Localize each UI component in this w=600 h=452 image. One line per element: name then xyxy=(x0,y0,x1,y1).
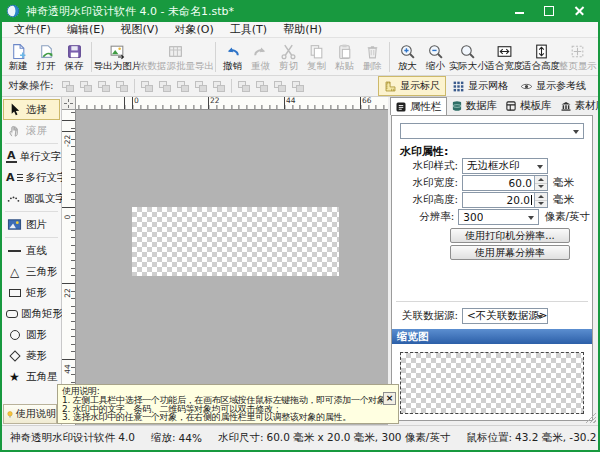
tool-pan[interactable]: 滚屏 xyxy=(3,120,60,141)
tool-triangle[interactable]: △ 三角形 xyxy=(3,261,60,282)
arc-text-icon xyxy=(6,191,21,206)
delete-button[interactable]: 删除 xyxy=(359,39,385,74)
align-bottom-icon xyxy=(213,81,225,92)
spin-down-button[interactable] xyxy=(535,201,547,208)
object-toolbar: 对象操作: 显示标尺 显示网格 xyxy=(2,76,598,97)
thumbnail-preview[interactable] xyxy=(400,352,584,414)
tool-arc-text[interactable]: 圆弧文字 xyxy=(3,188,60,209)
batch-export-button[interactable]: 依数据源批量导出 xyxy=(141,39,210,74)
fit-height-icon xyxy=(533,42,550,60)
canvas[interactable] xyxy=(76,110,388,425)
watermark-area[interactable] xyxy=(132,207,339,276)
line-icon xyxy=(6,250,23,252)
toolbar-separator xyxy=(215,42,216,72)
tool-image[interactable]: 图片 xyxy=(3,214,60,235)
show-ruler-toggle[interactable]: 显示标尺 xyxy=(378,76,446,96)
menu-object[interactable]: 对象(O) xyxy=(167,22,222,37)
properties-icon xyxy=(395,101,407,113)
tool-circle[interactable]: 圆形 xyxy=(3,324,60,345)
align-top-button[interactable] xyxy=(192,78,210,95)
watermark-width-row: 水印宽度: 60.0 毫米 xyxy=(396,175,590,191)
fit-height-button[interactable]: 适合高度 xyxy=(524,39,559,74)
bring-to-front-button[interactable] xyxy=(59,78,77,95)
full-page-button[interactable]: 整页显示 xyxy=(560,39,595,74)
bring-forward-button[interactable] xyxy=(95,78,113,95)
show-guides-toggle[interactable]: 显示参考线 xyxy=(514,76,592,96)
tool-line[interactable]: 直线 xyxy=(3,240,60,261)
tab-database[interactable]: 数据库 xyxy=(447,97,502,115)
window-title: 神奇透明水印设计软件 4.0 - 未命名1.stb* xyxy=(26,4,504,19)
help-button[interactable]: 使用说明 xyxy=(3,404,57,424)
align-right-button[interactable] xyxy=(174,78,192,95)
open-button[interactable]: 打开 xyxy=(33,39,59,74)
spin-up-button[interactable] xyxy=(535,176,547,184)
use-screen-resolution-button[interactable]: 使用屏幕分辨率 xyxy=(450,245,570,260)
chevron-down-icon xyxy=(537,315,543,319)
menu-file[interactable]: 文件(F) xyxy=(6,22,59,37)
align-left-button[interactable] xyxy=(138,78,156,95)
menu-edit[interactable]: 编辑(E) xyxy=(59,22,113,37)
tool-single-line-text[interactable]: A 单行文字 xyxy=(3,146,60,167)
copy-button[interactable]: 复制 xyxy=(303,39,329,74)
paste-button[interactable]: 粘贴 xyxy=(331,39,357,74)
star-icon: ★ xyxy=(6,371,23,383)
menu-tools[interactable]: 工具(T) xyxy=(222,22,275,37)
tool-diamond[interactable]: 菱形 xyxy=(3,345,60,366)
maximize-button[interactable] xyxy=(534,1,564,21)
tool-star[interactable]: ★ 五角星 xyxy=(3,366,60,387)
menu-help[interactable]: 帮助(H) xyxy=(275,22,330,37)
minimize-button[interactable] xyxy=(504,1,534,21)
send-backward-button[interactable] xyxy=(113,78,131,95)
resize-grip[interactable] xyxy=(584,411,596,423)
zoom-out-button[interactable]: 缩小 xyxy=(422,39,448,74)
tab-materials[interactable]: 素材库 xyxy=(556,97,599,115)
use-printer-resolution-button[interactable]: 使用打印机分辨率... xyxy=(450,228,570,243)
rectangle-icon xyxy=(6,289,23,297)
close-button[interactable] xyxy=(564,1,594,21)
redo-button[interactable]: 重做 xyxy=(247,39,273,74)
datasource-row: 关联数据源: <不关联数据源> xyxy=(396,308,590,324)
tab-properties[interactable]: 属性栏 xyxy=(390,97,447,115)
tool-group-separator xyxy=(5,143,58,144)
ungroup-button[interactable] xyxy=(289,78,307,95)
watermark-height-input[interactable]: 20.0 xyxy=(462,192,548,208)
actual-size-button[interactable]: 实际大小 xyxy=(450,39,485,74)
export-image-button[interactable]: 导出为图片 xyxy=(96,39,139,74)
group-button[interactable] xyxy=(271,78,289,95)
align-center-h-button[interactable] xyxy=(156,78,174,95)
watermark-style-select[interactable]: 无边框水印 xyxy=(462,158,548,174)
send-to-back-button[interactable] xyxy=(77,78,95,95)
instructions-line: 3. 选择水印中的任意一个对象，在右侧的属性栏里可以调整该对象的属性。 xyxy=(62,413,394,422)
datasource-select[interactable]: <不关联数据源> xyxy=(462,308,548,324)
resolution-row: 分辨率: 300 像素/英寸 xyxy=(396,209,590,225)
tool-select[interactable]: 选择 xyxy=(3,99,60,120)
show-grid-toggle[interactable]: 显示网格 xyxy=(446,76,514,96)
align-bottom-button[interactable] xyxy=(210,78,228,95)
menu-view[interactable]: 视图(V) xyxy=(112,22,166,37)
new-button[interactable]: 新建 xyxy=(5,39,31,74)
spin-down-button[interactable] xyxy=(535,184,547,191)
watermark-height-row: 水印高度: 20.0 毫米 xyxy=(396,192,590,208)
equal-width-icon xyxy=(238,81,250,92)
resolution-select[interactable]: 300 xyxy=(458,209,539,225)
fit-width-icon xyxy=(496,42,513,60)
object-selector[interactable] xyxy=(400,123,584,139)
fit-width-button[interactable]: 适合宽度 xyxy=(487,39,522,74)
equal-width-button[interactable] xyxy=(235,78,253,95)
grid-icon xyxy=(452,80,465,93)
tab-templates[interactable]: 模板库 xyxy=(501,97,556,115)
spin-up-button[interactable] xyxy=(535,193,547,201)
zoom-in-button[interactable]: 放大 xyxy=(394,39,420,74)
cut-button[interactable]: 剪切 xyxy=(275,39,301,74)
tool-rectangle[interactable]: 矩形 xyxy=(3,282,60,303)
equal-height-button[interactable] xyxy=(253,78,271,95)
save-button[interactable]: 保存 xyxy=(61,39,87,74)
status-bar: 神奇透明水印设计软件 4.0 缩放: 44% 水印尺寸: 60.0 毫米 x 2… xyxy=(2,425,598,450)
close-instructions-button[interactable]: × xyxy=(383,392,396,405)
watermark-width-input[interactable]: 60.0 xyxy=(462,175,548,191)
tool-rounded-rectangle[interactable]: 圆角矩形 xyxy=(3,303,60,324)
tool-multi-line-text[interactable]: A 多行文字 xyxy=(3,167,60,188)
minimize-icon xyxy=(515,12,524,14)
undo-button[interactable]: 撤销 xyxy=(219,39,245,74)
resolution-unit-label: 像素/英寸 xyxy=(544,210,590,224)
